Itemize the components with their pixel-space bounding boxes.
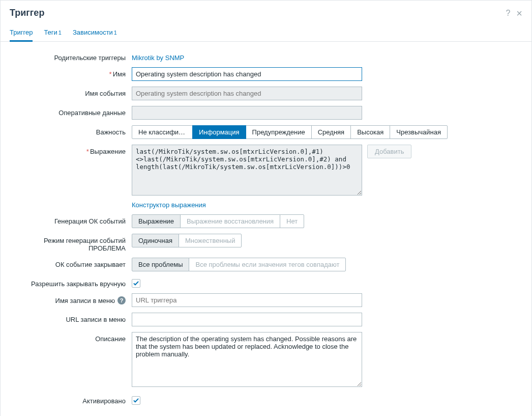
parent-trigger-link[interactable]: Mikrotik by SNMP [132,54,184,62]
dialog-header: Триггер ? × [1,1,531,23]
ok-closes-tag-match[interactable]: Все проблемы если значения тегов совпада… [189,258,346,271]
tab-bar: Триггер Теги1 Зависимости1 [1,23,531,42]
dialog-title: Триггер [10,8,499,18]
expression-add-button: Добавить [367,145,411,158]
ok-closes-group: Все проблемы Все проблемы если значения … [132,258,346,271]
label-severity: Важность [10,125,132,136]
description-textarea[interactable]: The description of the operating system … [132,332,362,387]
event-name-input[interactable] [132,87,362,100]
close-icon[interactable]: × [516,10,522,17]
severity-warning[interactable]: Предупреждение [246,125,312,139]
ok-closes-all[interactable]: Все проблемы [132,258,189,271]
tab-deps-label: Зависимости [73,29,113,36]
label-expression: *Выражение [10,145,132,155]
check-icon [133,398,139,403]
tab-trigger-label: Триггер [10,29,33,36]
label-enabled: Активировано [10,394,132,405]
tab-trigger[interactable]: Триггер [10,23,33,42]
label-ok-closes: ОК событие закрывает [10,258,132,268]
enabled-checkbox[interactable] [132,396,140,405]
severity-group: Не классифицир… Информация Предупреждени… [132,125,448,139]
severity-high[interactable]: Высокая [350,125,390,139]
label-menu-name: Имя записи в меню ? [10,293,132,304]
problem-mode-single[interactable]: Одиночная [132,234,179,247]
severity-not-classified[interactable]: Не классифицир… [132,125,193,139]
tab-tags-count: 1 [58,30,62,36]
help-icon[interactable]: ? [506,9,510,18]
problem-mode-group: Одиночная Множественный [132,234,242,247]
menu-name-input[interactable] [132,293,362,307]
tab-dependencies[interactable]: Зависимости1 [73,23,117,41]
severity-average[interactable]: Средняя [311,125,351,139]
check-icon [133,281,139,286]
expression-textarea[interactable]: last(/MikroTik/system.sw.os[mtxrLicVersi… [132,145,362,196]
label-problem-mode: Режим генерации событий ПРОБЛЕМА [10,234,132,252]
manual-close-checkbox[interactable] [132,279,140,288]
opdata-input[interactable] [132,106,362,120]
question-icon[interactable]: ? [117,296,126,304]
ok-gen-expression[interactable]: Выражение [132,214,181,228]
tab-deps-count: 1 [114,30,117,36]
tab-tags[interactable]: Теги1 [44,23,62,41]
label-manual-close: Разрешить закрывать вручную [10,277,132,288]
label-description: Описание [10,332,132,343]
name-input[interactable] [132,67,362,81]
label-menu-url: URL записи в меню [10,313,132,323]
ok-gen-recovery[interactable]: Выражение восстановления [180,214,280,228]
label-opdata: Оперативные данные [10,106,132,117]
severity-disaster[interactable]: Чрезвычайная [390,125,448,139]
trigger-dialog: Триггер ? × Триггер Теги1 Зависимости1 Р… [0,0,532,416]
label-parent: Родительские триггеры [10,51,132,62]
severity-information[interactable]: Информация [192,125,246,139]
dialog-footer: Обновить Клонировать Удалить Отмена [10,410,522,416]
tab-tags-label: Теги [44,29,57,36]
label-name: *Имя [10,67,132,78]
problem-mode-multiple[interactable]: Множественный [179,234,242,247]
ok-gen-none[interactable]: Нет [280,214,304,228]
menu-url-input[interactable] [132,313,362,326]
label-event-name: Имя события [10,87,132,97]
form: Родительские триггеры Mikrotik by SNMP *… [1,42,531,416]
label-ok-gen: Генерация ОК событий [10,214,132,225]
ok-gen-group: Выражение Выражение восстановления Нет [132,214,304,228]
expression-constructor-link[interactable]: Конструктор выражения [132,201,206,209]
